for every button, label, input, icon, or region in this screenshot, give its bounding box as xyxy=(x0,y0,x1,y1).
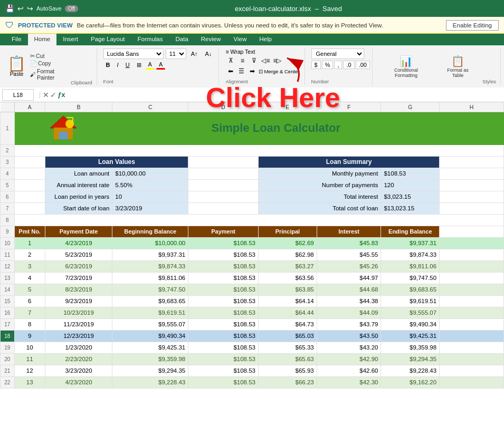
shield-icon: 🛡 xyxy=(5,21,14,30)
decrease-font-button[interactable]: A↓ xyxy=(203,50,215,58)
copy-button[interactable]: 📄 Copy xyxy=(30,60,71,67)
increase-decimal-button[interactable]: .00 xyxy=(356,61,370,69)
tab-data[interactable]: Data xyxy=(169,34,195,45)
align-center-button[interactable]: ☰ xyxy=(236,66,246,76)
copy-label: Copy xyxy=(38,60,51,66)
table-row: 15 6 9/23/2019 $9,683.65 $108.53 $64.14 … xyxy=(1,295,504,307)
tab-formulas[interactable]: Formulas xyxy=(131,34,169,45)
col-header-d[interactable]: D xyxy=(188,102,259,112)
format-painter-icon: 🖌 xyxy=(30,71,36,77)
tab-view[interactable]: View xyxy=(227,34,253,45)
format-table-label: Format as Table xyxy=(442,67,474,78)
table-row: 7 Start date of loan 3/23/2019 Total cos… xyxy=(1,202,504,214)
border-button[interactable]: ⊞ xyxy=(134,61,144,70)
indent-increase-button[interactable]: ≡▷ xyxy=(272,56,282,65)
table-row: 14 5 8/23/2019 $9,747.50 $108.53 $63.85 … xyxy=(1,284,504,295)
tab-insert[interactable]: Insert xyxy=(56,34,84,45)
format-as-table-button[interactable]: 📋 Format as Table xyxy=(438,53,478,80)
ribbon-tabs-bar: File Home Insert Page Layout Formulas Da… xyxy=(0,34,504,45)
font-size-select[interactable]: 11 xyxy=(166,49,186,59)
tab-file[interactable]: File xyxy=(5,34,28,45)
col-header-h[interactable]: H xyxy=(440,102,504,112)
table-row: 6 Loan period in years 10 Total interest… xyxy=(1,191,504,202)
cut-button[interactable]: ✂ Cut xyxy=(30,53,71,59)
align-top-right-button[interactable]: ⊽ xyxy=(249,56,259,65)
table-row: 21 12 3/23/2020 $9,294.35 $108.53 $65.93… xyxy=(1,365,504,376)
row-num-14: 14 xyxy=(1,284,15,295)
row-num-12: 12 xyxy=(1,260,15,272)
table-row: 16 7 10/23/2019 $9,619.51 $108.53 $64.44… xyxy=(1,307,504,318)
table-row: 13 4 7/23/2019 $9,811.06 $108.53 $63.56 … xyxy=(1,272,504,284)
table-row: 17 8 11/23/2019 $9,555.07 $108.53 $64.73… xyxy=(1,318,504,330)
font-name-select[interactable]: Lucida Sans xyxy=(103,49,164,59)
number-format-select[interactable]: General xyxy=(311,49,364,59)
fill-color-button[interactable]: A xyxy=(146,60,155,70)
row-num-20: 20 xyxy=(1,353,15,365)
tab-review[interactable]: Review xyxy=(195,34,227,45)
col-header-c[interactable]: C xyxy=(112,102,188,112)
align-top-center-button[interactable]: ≡ xyxy=(237,56,248,65)
table-row: 19 10 1/23/2020 $9,425.31 $108.53 $65.33… xyxy=(1,342,504,353)
tab-page-layout[interactable]: Page Layout xyxy=(84,34,131,45)
font-color-button[interactable]: A xyxy=(156,60,165,70)
col-header-a[interactable]: A xyxy=(14,102,45,112)
spreadsheet-table: A B C D E F G H 1 xyxy=(0,102,504,389)
align-top-left-button[interactable]: ⊼ xyxy=(225,56,236,65)
tab-home[interactable]: Home xyxy=(28,34,57,45)
row-num-6: 6 xyxy=(1,191,15,202)
row-num-18: 18 xyxy=(1,330,15,342)
row1-empty xyxy=(440,112,504,144)
table-row: 22 13 4/23/2020 $9,228.43 $108.53 $66.23… xyxy=(1,376,504,388)
row-num-4: 4 xyxy=(1,168,15,179)
clipboard-sub-buttons: ✂ Cut 📄 Copy 🖌 Format Painter xyxy=(30,47,71,85)
table-row: 10 1 4/23/2019 $10,000.00 $108.53 $62.69… xyxy=(1,237,504,249)
tab-help[interactable]: Help xyxy=(253,34,278,45)
logo-cell xyxy=(14,112,112,144)
formula-input[interactable] xyxy=(70,91,502,99)
table-row: 11 2 5/23/2019 $9,937.31 $108.53 $62.98 … xyxy=(1,249,504,260)
clipboard-group-label: Clipboard xyxy=(71,79,92,85)
align-left-button[interactable]: ⬅ xyxy=(225,66,235,76)
spreadsheet-area: A B C D E F G H 1 xyxy=(0,102,504,389)
confirm-formula-icon[interactable]: ✓ xyxy=(50,91,56,99)
cell-reference-input[interactable]: L18 xyxy=(2,89,34,101)
col-header-f[interactable]: F xyxy=(317,102,381,112)
col-header-g[interactable]: G xyxy=(381,102,440,112)
enable-editing-button[interactable]: Enable Editing xyxy=(446,20,499,31)
conditional-formatting-button[interactable]: 📊 Conditional Formatting xyxy=(379,53,433,80)
decrease-decimal-button[interactable]: .0 xyxy=(343,61,354,69)
paste-label: Paste xyxy=(10,71,24,77)
cancel-formula-icon[interactable]: ✕ xyxy=(43,91,49,99)
indent-decrease-button[interactable]: ◁≡ xyxy=(260,56,271,65)
wrap-text-button[interactable]: ≡ Wrap Text xyxy=(225,49,300,55)
align-right-button[interactable]: ➡ xyxy=(247,66,256,76)
format-painter-button[interactable]: 🖌 Format Painter xyxy=(30,68,71,81)
table-row: 1 Simple Loan Calculator xyxy=(1,112,504,144)
underline-button[interactable]: U xyxy=(123,61,132,69)
conditional-formatting-label: Conditional Formatting xyxy=(383,67,429,78)
col-header-e[interactable]: E xyxy=(259,102,317,112)
row-num-15: 15 xyxy=(1,295,15,307)
row-num-7: 7 xyxy=(1,202,15,214)
increase-font-button[interactable]: A↑ xyxy=(188,50,201,58)
row-num-11: 11 xyxy=(1,249,15,260)
comma-button[interactable]: , xyxy=(334,61,342,69)
row-num-10: 10 xyxy=(1,237,15,249)
paste-button[interactable]: 📋 Paste xyxy=(3,47,30,85)
italic-button[interactable]: I xyxy=(115,61,121,69)
table-row: 20 11 2/23/2020 $9,359.98 $108.53 $65.63… xyxy=(1,353,504,365)
merge-center-button[interactable]: ⊡ Merge & Center xyxy=(258,66,300,76)
autosave-label: AutoSave xyxy=(36,5,62,12)
row-num-16: 16 xyxy=(1,307,15,318)
redo-icon[interactable]: ↪ xyxy=(27,4,33,13)
undo-icon[interactable]: ↩ xyxy=(17,4,24,13)
insert-function-icon[interactable]: ƒx xyxy=(58,91,65,99)
format-table-icon: 📋 xyxy=(451,55,464,67)
bold-button[interactable]: B xyxy=(103,61,113,69)
autosave-toggle[interactable]: Off xyxy=(65,5,78,12)
dollar-button[interactable]: $ xyxy=(311,61,321,69)
save-icon[interactable]: 💾 xyxy=(5,4,14,13)
col-header-b[interactable]: B xyxy=(45,102,112,112)
row-num-3: 3 xyxy=(1,156,15,168)
percent-button[interactable]: % xyxy=(322,61,334,69)
